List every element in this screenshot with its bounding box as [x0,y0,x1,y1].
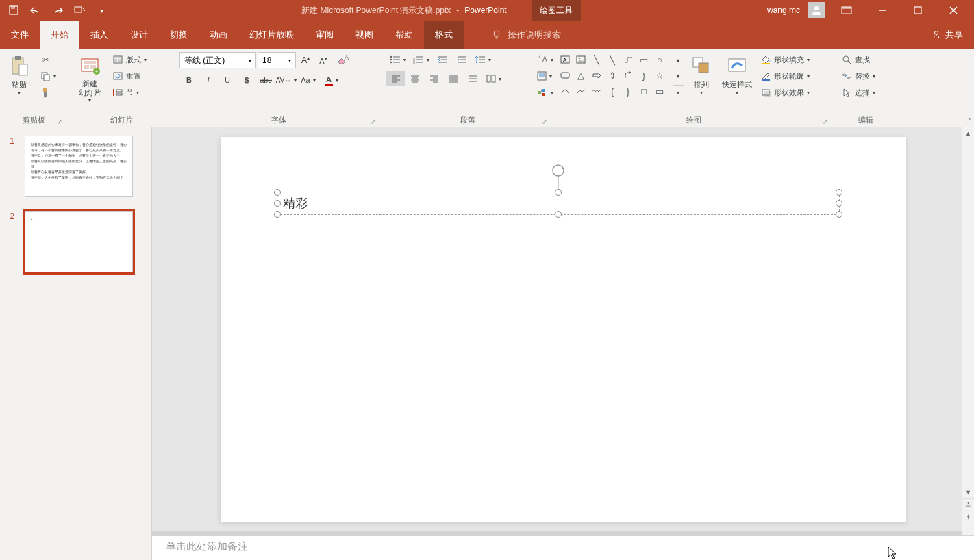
prev-slide-icon[interactable]: ≛ [962,498,974,511]
shape-rect2[interactable]: ▭ [652,84,667,99]
copy-button[interactable]: ▾ [37,68,59,84]
start-from-beginning-icon[interactable] [73,3,86,17]
slide-canvas[interactable]: 精彩 [152,127,974,531]
vertical-scrollbar[interactable]: ▲ ▼ ≛ ⤈ [962,127,974,535]
scroll-down-icon[interactable]: ▼ [962,486,974,498]
distribute-button[interactable] [463,71,482,86]
tab-format[interactable]: 格式 [424,21,464,49]
shape-outline-button[interactable]: 形状轮廓▾ [758,68,812,84]
tab-file[interactable]: 文件 [0,21,40,49]
ribbon-display-icon[interactable] [833,0,860,21]
font-launcher[interactable]: ⤢ [371,118,376,125]
strikethrough-button[interactable]: abc [256,73,275,88]
shape-roundrect[interactable] [558,68,573,83]
quick-styles-button[interactable]: 快速样式▾ [719,52,755,99]
next-slide-icon[interactable]: ⤈ [962,511,974,523]
increase-font-button[interactable]: A▴ [297,53,314,68]
shape-brace-right[interactable]: } [636,68,651,83]
tab-view[interactable]: 视图 [345,21,384,49]
shapes-more-up[interactable]: ▴ [673,52,684,67]
format-painter-button[interactable] [37,85,59,100]
convert-smartart-button[interactable]: ▾ [534,85,558,100]
tell-me-search[interactable]: 操作说明搜索 [491,21,561,49]
scroll-up-icon[interactable]: ▲ [962,127,974,140]
shape-oval[interactable]: ○ [652,52,667,67]
numbering-button[interactable]: 123▾ [410,52,433,67]
shape-star[interactable]: ☆ [652,68,667,83]
redo-icon[interactable] [51,3,64,17]
thumbnail-1[interactable]: 1 以善良感恩的心来对待一切事物，善心是通往快乐的捷径，善心 等等，有一个善良健… [10,136,142,197]
tab-design[interactable]: 设计 [119,21,159,49]
undo-icon[interactable] [29,3,42,17]
share-button[interactable]: 共享 [921,21,974,49]
notes-pane[interactable]: 单击此处添加备注 [152,535,974,560]
justify-button[interactable] [444,71,463,86]
shape-square[interactable]: □ [636,84,651,99]
tab-help[interactable]: 帮助 [384,21,424,49]
font-name-combo[interactable]: 等线 (正文)▾ [179,52,256,68]
bullets-button[interactable]: ▾ [386,52,410,67]
find-button[interactable]: 查找 [838,52,878,67]
font-color-button[interactable]: A▾ [319,73,344,88]
tab-review[interactable]: 审阅 [305,21,345,49]
shape-arrow-turn[interactable] [621,68,636,83]
shapes-more-button[interactable]: ▾ [673,85,684,100]
handle-tl[interactable] [274,189,281,196]
tab-home[interactable]: 开始 [40,21,79,49]
section-button[interactable]: 节▾ [110,85,149,100]
cut-button[interactable]: ✂ [37,52,59,67]
align-left-button[interactable] [386,71,405,86]
shape-triangle[interactable]: △ [573,68,588,83]
columns-button[interactable]: ▾ [482,71,505,86]
shadow-button[interactable]: S [237,73,256,88]
text-box[interactable]: 精彩 [277,192,840,215]
shape-effects-button[interactable]: 形状效果▾ [758,85,812,100]
shape-arrow-right[interactable] [589,68,604,83]
shapes-more-down[interactable]: ▾ [673,68,684,84]
shape-wave[interactable]: 〰 [589,84,604,99]
decrease-font-button[interactable]: A▾ [315,53,332,68]
arrange-button[interactable]: 排列▾ [686,52,716,99]
reset-button[interactable]: 重置 [110,68,149,84]
thumbnail-panel[interactable]: 1 以善良感恩的心来对待一切事物，善心是通往快乐的捷径，善心 等等，有一个善良健… [0,127,152,560]
shape-arrow-updown[interactable]: ⇕ [605,68,620,83]
new-slide-button[interactable]: + 新建 幻灯片 ▾ [73,52,107,106]
shape-rect[interactable]: ▭ [636,52,651,67]
handle-bl[interactable] [274,211,281,218]
tab-animations[interactable]: 动画 [199,21,238,49]
italic-button[interactable]: I [199,73,218,88]
align-center-button[interactable] [405,71,425,86]
shape-line[interactable]: ╲ [589,52,604,67]
user-name[interactable]: wang mc [767,5,800,15]
save-icon[interactable] [7,3,21,17]
rotate-handle-icon[interactable] [550,162,566,179]
tab-transitions[interactable]: 切换 [159,21,199,49]
font-size-combo[interactable]: 18▾ [258,52,296,68]
shape-picture[interactable] [573,52,588,67]
clear-format-button[interactable]: A [333,53,352,68]
paste-button[interactable]: 粘贴 ▾ [4,52,34,99]
handle-right[interactable] [836,200,842,207]
shape-line2[interactable]: ╲ [605,52,620,67]
align-right-button[interactable] [425,71,444,86]
paragraph-launcher[interactable]: ⤢ [542,118,547,125]
handle-left[interactable] [274,200,281,207]
text-direction-button[interactable]: ᴵᴵA▾ [534,52,558,67]
clipboard-launcher[interactable]: ⤢ [57,118,62,125]
bold-button[interactable]: B [179,73,199,88]
layout-button[interactable]: 版式▾ [110,52,149,67]
increase-indent-button[interactable] [452,52,471,67]
handle-bottom[interactable] [555,211,562,218]
shape-brace-right2[interactable]: } [621,84,636,99]
user-avatar-icon[interactable] [808,2,825,18]
tab-slideshow[interactable]: 幻灯片放映 [238,21,305,49]
shape-brace-left[interactable]: { [605,84,620,99]
change-case-button[interactable]: Aa▾ [297,73,319,88]
minimize-icon[interactable] [869,0,896,21]
shape-curve[interactable] [573,84,588,99]
shapes-gallery[interactable]: A ╲ ╲ ▭ ○ △ ⇕ } ☆ 〰 { } □ ▭ [558,52,667,99]
maximize-icon[interactable] [904,0,932,21]
shape-fill-button[interactable]: 形状填充▾ [758,52,812,67]
qat-customize-icon[interactable]: ▾ [95,3,108,17]
align-text-button[interactable]: ▾ [534,68,558,84]
